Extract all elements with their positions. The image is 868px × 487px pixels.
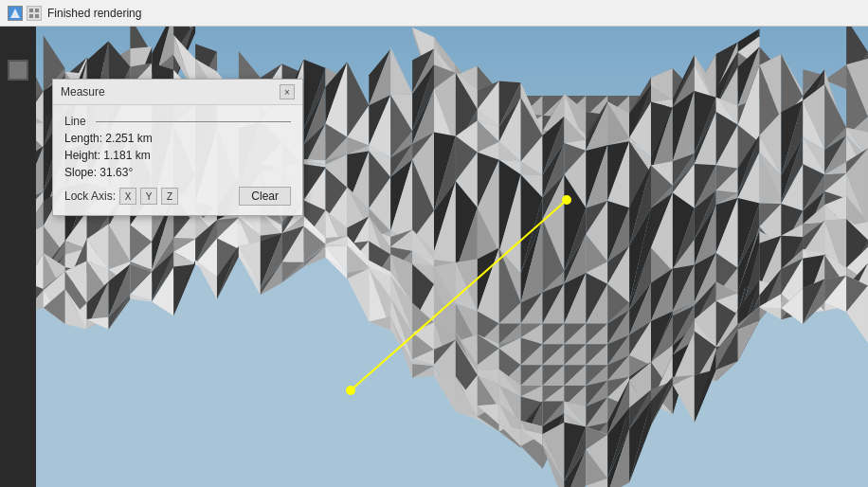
titlebar-icons <box>8 6 42 21</box>
measure-line-rule <box>96 121 291 122</box>
measure-length-row: Length: 2.251 km <box>64 132 291 145</box>
app-icon <box>8 6 23 21</box>
lock-axis-label: Lock Axis: <box>64 189 116 203</box>
measure-length-value: Length: 2.251 km <box>64 132 153 145</box>
svg-rect-5 <box>35 14 39 18</box>
window-title: Finished rendering <box>47 7 141 20</box>
svg-rect-2 <box>29 9 33 12</box>
measure-line-label: Line <box>64 115 86 128</box>
titlebar: Finished rendering <box>0 0 868 27</box>
measure-dialog-titlebar: Measure × <box>53 80 302 105</box>
svg-rect-4 <box>29 14 33 18</box>
measure-dialog: Measure × Line Length: 2.251 km Height: … <box>52 79 303 216</box>
svg-rect-3 <box>35 9 39 12</box>
lock-axis-row: Lock Axis: X Y Z Clear <box>64 187 291 206</box>
measure-dialog-content: Line Length: 2.251 km Height: 1.181 km S… <box>53 105 302 215</box>
measure-height-row: Height: 1.181 km <box>64 149 291 162</box>
viewport: Measure × Line Length: 2.251 km Height: … <box>0 27 868 487</box>
axis-z-button[interactable]: Z <box>161 188 178 205</box>
toolbar-icon-1[interactable] <box>27 6 42 21</box>
measure-height-value: Height: 1.181 km <box>64 149 151 162</box>
measure-slope-value: Slope: 31.63° <box>64 166 133 179</box>
clear-button[interactable]: Clear <box>239 187 291 206</box>
measure-dialog-title: Measure <box>61 85 105 99</box>
axis-y-button[interactable]: Y <box>140 188 157 205</box>
measure-close-button[interactable]: × <box>280 84 295 99</box>
measure-line-row: Line <box>64 115 291 128</box>
measure-slope-row: Slope: 31.63° <box>64 166 291 179</box>
axis-x-button[interactable]: X <box>119 188 136 205</box>
